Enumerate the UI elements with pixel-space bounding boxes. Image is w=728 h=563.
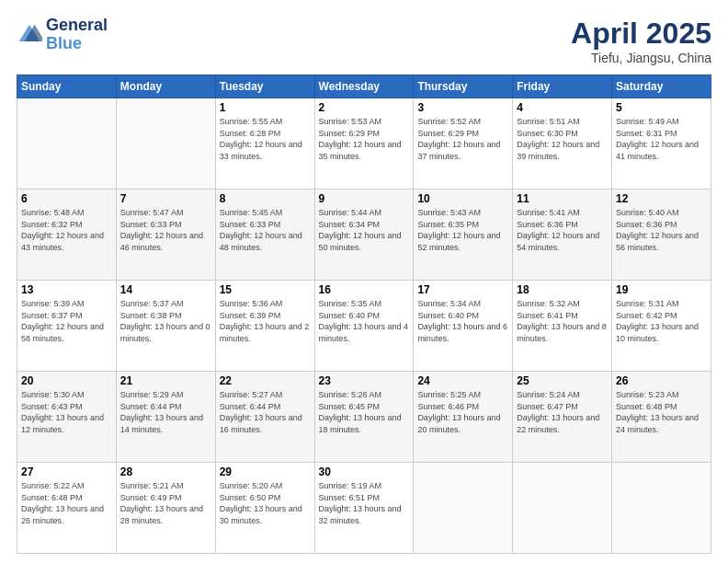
day-info: Sunrise: 5:40 AMSunset: 6:36 PMDaylight:… — [616, 207, 707, 253]
day-info: Sunrise: 5:31 AMSunset: 6:42 PMDaylight:… — [616, 298, 707, 344]
day-number: 11 — [517, 192, 608, 205]
calendar-cell: 19Sunrise: 5:31 AMSunset: 6:42 PMDayligh… — [612, 281, 711, 372]
calendar-cell: 15Sunrise: 5:36 AMSunset: 6:39 PMDayligh… — [215, 281, 314, 372]
day-info: Sunrise: 5:39 AMSunset: 6:37 PMDaylight:… — [21, 298, 112, 344]
day-info: Sunrise: 5:47 AMSunset: 6:33 PMDaylight:… — [120, 207, 211, 253]
logo-text: General Blue — [46, 17, 108, 53]
day-number: 13 — [21, 283, 112, 296]
calendar-cell: 9Sunrise: 5:44 AMSunset: 6:34 PMDaylight… — [314, 190, 414, 281]
day-info: Sunrise: 5:23 AMSunset: 6:48 PMDaylight:… — [616, 389, 707, 435]
day-info: Sunrise: 5:52 AMSunset: 6:29 PMDaylight:… — [417, 116, 508, 162]
calendar-cell: 5Sunrise: 5:49 AMSunset: 6:31 PMDaylight… — [612, 98, 711, 190]
day-info: Sunrise: 5:37 AMSunset: 6:38 PMDaylight:… — [120, 298, 211, 344]
day-number: 10 — [417, 192, 508, 205]
day-number: 25 — [517, 374, 608, 387]
day-number: 15 — [220, 283, 311, 296]
calendar-cell — [612, 463, 711, 554]
day-number: 5 — [616, 101, 707, 114]
calendar-week-row: 27Sunrise: 5:22 AMSunset: 6:48 PMDayligh… — [17, 463, 711, 554]
calendar-day-header: Saturday — [612, 75, 711, 98]
day-info: Sunrise: 5:43 AMSunset: 6:35 PMDaylight:… — [417, 207, 508, 253]
day-info: Sunrise: 5:35 AMSunset: 6:40 PMDaylight:… — [319, 298, 410, 344]
calendar-week-row: 20Sunrise: 5:30 AMSunset: 6:43 PMDayligh… — [17, 372, 711, 463]
day-info: Sunrise: 5:49 AMSunset: 6:31 PMDaylight:… — [616, 116, 707, 162]
calendar-day-header: Sunday — [17, 75, 117, 98]
day-number: 19 — [616, 283, 707, 296]
day-number: 18 — [517, 283, 608, 296]
day-number: 24 — [417, 374, 508, 387]
day-number: 29 — [220, 465, 311, 478]
calendar-day-header: Wednesday — [314, 75, 414, 98]
day-number: 2 — [319, 101, 410, 114]
calendar-cell: 28Sunrise: 5:21 AMSunset: 6:49 PMDayligh… — [116, 463, 215, 554]
header: General Blue April 2025 Tiefu, Jiangsu, … — [17, 17, 711, 65]
calendar-cell: 25Sunrise: 5:24 AMSunset: 6:47 PMDayligh… — [513, 372, 612, 463]
calendar-cell: 6Sunrise: 5:48 AMSunset: 6:32 PMDaylight… — [17, 190, 117, 281]
main-title: April 2025 — [571, 17, 711, 51]
calendar-cell: 14Sunrise: 5:37 AMSunset: 6:38 PMDayligh… — [116, 281, 215, 372]
day-number: 26 — [616, 374, 707, 387]
calendar-cell: 26Sunrise: 5:23 AMSunset: 6:48 PMDayligh… — [612, 372, 711, 463]
calendar-table: SundayMondayTuesdayWednesdayThursdayFrid… — [17, 75, 711, 554]
calendar-cell: 22Sunrise: 5:27 AMSunset: 6:44 PMDayligh… — [215, 372, 314, 463]
day-info: Sunrise: 5:45 AMSunset: 6:33 PMDaylight:… — [220, 207, 311, 253]
day-info: Sunrise: 5:19 AMSunset: 6:51 PMDaylight:… — [319, 480, 410, 526]
day-number: 27 — [21, 465, 112, 478]
day-number: 28 — [120, 465, 211, 478]
calendar-week-row: 6Sunrise: 5:48 AMSunset: 6:32 PMDaylight… — [17, 190, 711, 281]
day-number: 14 — [120, 283, 211, 296]
calendar-cell: 4Sunrise: 5:51 AMSunset: 6:30 PMDaylight… — [513, 98, 612, 190]
calendar-cell: 20Sunrise: 5:30 AMSunset: 6:43 PMDayligh… — [17, 372, 117, 463]
day-info: Sunrise: 5:20 AMSunset: 6:50 PMDaylight:… — [220, 480, 311, 526]
day-info: Sunrise: 5:21 AMSunset: 6:49 PMDaylight:… — [120, 480, 211, 526]
calendar-day-header: Thursday — [414, 75, 513, 98]
calendar-cell: 1Sunrise: 5:55 AMSunset: 6:28 PMDaylight… — [215, 98, 314, 190]
day-info: Sunrise: 5:32 AMSunset: 6:41 PMDaylight:… — [517, 298, 608, 344]
calendar-cell: 30Sunrise: 5:19 AMSunset: 6:51 PMDayligh… — [314, 463, 414, 554]
calendar-cell: 12Sunrise: 5:40 AMSunset: 6:36 PMDayligh… — [612, 190, 711, 281]
calendar-header-row: SundayMondayTuesdayWednesdayThursdayFrid… — [17, 75, 711, 98]
day-info: Sunrise: 5:51 AMSunset: 6:30 PMDaylight:… — [517, 116, 608, 162]
calendar-cell: 27Sunrise: 5:22 AMSunset: 6:48 PMDayligh… — [17, 463, 117, 554]
calendar-week-row: 13Sunrise: 5:39 AMSunset: 6:37 PMDayligh… — [17, 281, 711, 372]
calendar-day-header: Tuesday — [215, 75, 314, 98]
calendar-cell: 23Sunrise: 5:26 AMSunset: 6:45 PMDayligh… — [314, 372, 414, 463]
day-info: Sunrise: 5:48 AMSunset: 6:32 PMDaylight:… — [21, 207, 112, 253]
calendar-cell: 8Sunrise: 5:45 AMSunset: 6:33 PMDaylight… — [215, 190, 314, 281]
day-number: 7 — [120, 192, 211, 205]
day-info: Sunrise: 5:25 AMSunset: 6:46 PMDaylight:… — [417, 389, 508, 435]
day-number: 1 — [220, 101, 311, 114]
calendar-cell: 21Sunrise: 5:29 AMSunset: 6:44 PMDayligh… — [116, 372, 215, 463]
day-number: 3 — [417, 101, 508, 114]
title-block: April 2025 Tiefu, Jiangsu, China — [571, 17, 711, 65]
calendar-week-row: 1Sunrise: 5:55 AMSunset: 6:28 PMDaylight… — [17, 98, 711, 190]
day-info: Sunrise: 5:27 AMSunset: 6:44 PMDaylight:… — [220, 389, 311, 435]
day-info: Sunrise: 5:55 AMSunset: 6:28 PMDaylight:… — [220, 116, 311, 162]
calendar-cell: 13Sunrise: 5:39 AMSunset: 6:37 PMDayligh… — [17, 281, 117, 372]
day-number: 9 — [319, 192, 410, 205]
calendar-cell — [116, 98, 215, 190]
logo-icon — [17, 22, 42, 48]
day-info: Sunrise: 5:24 AMSunset: 6:47 PMDaylight:… — [517, 389, 608, 435]
calendar-cell: 29Sunrise: 5:20 AMSunset: 6:50 PMDayligh… — [215, 463, 314, 554]
day-info: Sunrise: 5:41 AMSunset: 6:36 PMDaylight:… — [517, 207, 608, 253]
calendar-cell — [513, 463, 612, 554]
calendar-day-header: Monday — [116, 75, 215, 98]
day-number: 12 — [616, 192, 707, 205]
day-info: Sunrise: 5:36 AMSunset: 6:39 PMDaylight:… — [220, 298, 311, 344]
day-number: 20 — [21, 374, 112, 387]
day-info: Sunrise: 5:34 AMSunset: 6:40 PMDaylight:… — [417, 298, 508, 344]
calendar-cell — [414, 463, 513, 554]
day-info: Sunrise: 5:30 AMSunset: 6:43 PMDaylight:… — [21, 389, 112, 435]
calendar-cell: 2Sunrise: 5:53 AMSunset: 6:29 PMDaylight… — [314, 98, 414, 190]
day-number: 17 — [417, 283, 508, 296]
day-info: Sunrise: 5:29 AMSunset: 6:44 PMDaylight:… — [120, 389, 211, 435]
calendar-cell: 18Sunrise: 5:32 AMSunset: 6:41 PMDayligh… — [513, 281, 612, 372]
calendar-cell: 7Sunrise: 5:47 AMSunset: 6:33 PMDaylight… — [116, 190, 215, 281]
calendar-day-header: Friday — [513, 75, 612, 98]
calendar-cell: 3Sunrise: 5:52 AMSunset: 6:29 PMDaylight… — [414, 98, 513, 190]
calendar-cell — [17, 98, 117, 190]
calendar-cell: 24Sunrise: 5:25 AMSunset: 6:46 PMDayligh… — [414, 372, 513, 463]
day-number: 16 — [319, 283, 410, 296]
day-number: 22 — [220, 374, 311, 387]
